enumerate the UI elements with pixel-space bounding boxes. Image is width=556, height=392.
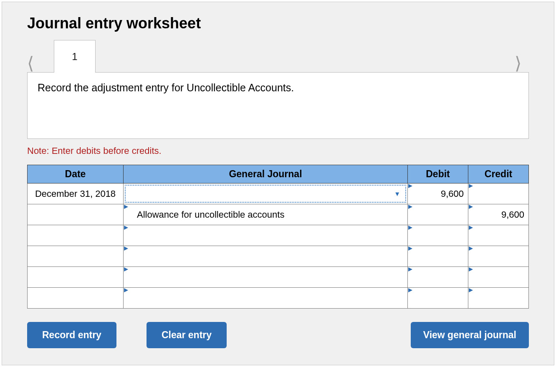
table-row: December 31, 2018 ▼ 9,600 — [28, 183, 529, 204]
note-text: Note: Enter debits before credits. — [27, 146, 529, 156]
table-row — [28, 225, 529, 246]
next-entry-chevron[interactable]: ⟩ — [515, 55, 529, 72]
date-cell[interactable] — [28, 288, 123, 308]
credit-cell[interactable] — [468, 267, 528, 287]
date-cell[interactable] — [28, 246, 123, 266]
cell-handle-icon — [124, 288, 128, 292]
tabs-row: ⟨ 1 ⟩ — [27, 40, 529, 72]
general-journal-cell[interactable]: ▼ — [125, 185, 406, 203]
worksheet-panel: Journal entry worksheet ⟨ 1 ⟩ Record the… — [2, 2, 554, 365]
clear-entry-button[interactable]: Clear entry — [147, 322, 227, 348]
prev-entry-chevron[interactable]: ⟨ — [27, 55, 41, 72]
debit-cell[interactable] — [408, 204, 468, 225]
date-cell[interactable] — [28, 225, 123, 246]
credit-cell[interactable] — [468, 183, 528, 204]
date-cell[interactable] — [28, 267, 123, 287]
debit-cell[interactable] — [408, 288, 468, 308]
credit-value: 9,600 — [501, 209, 524, 220]
general-journal-value: Allowance for uncollectible accounts — [137, 209, 284, 220]
table-row — [28, 267, 529, 288]
cell-handle-icon — [408, 246, 412, 251]
table-row: Allowance for uncollectible accounts 9,6… — [28, 204, 529, 225]
journal-table: Date General Journal Debit Credit Decemb… — [27, 165, 529, 309]
tab-1[interactable]: 1 — [54, 40, 96, 73]
general-journal-cell[interactable] — [124, 225, 407, 246]
cell-handle-icon — [408, 184, 412, 188]
credit-cell[interactable] — [468, 225, 528, 246]
entry-prompt: Record the adjustment entry for Uncollec… — [27, 72, 529, 139]
col-date: Date — [28, 165, 124, 183]
general-journal-cell[interactable] — [124, 267, 407, 287]
cell-handle-icon — [469, 246, 473, 251]
cell-handle-icon — [124, 226, 128, 230]
credit-cell[interactable]: 9,600 — [468, 204, 528, 225]
col-general-journal: General Journal — [124, 165, 408, 183]
date-cell[interactable] — [28, 204, 123, 225]
cell-handle-icon — [469, 288, 473, 292]
general-journal-cell[interactable]: Allowance for uncollectible accounts — [124, 204, 407, 225]
debit-cell[interactable] — [408, 267, 468, 287]
dropdown-icon[interactable]: ▼ — [394, 190, 401, 197]
cell-handle-icon — [408, 226, 412, 230]
table-row — [28, 288, 529, 309]
debit-value: 9,600 — [441, 188, 464, 199]
general-journal-cell[interactable] — [124, 246, 407, 266]
cell-handle-icon — [469, 226, 473, 230]
debit-cell[interactable]: 9,600 — [408, 183, 468, 204]
cell-handle-icon — [469, 205, 473, 209]
credit-cell[interactable] — [468, 288, 528, 308]
buttons-row: Record entry Clear entry View general jo… — [27, 322, 529, 348]
cell-handle-icon — [469, 267, 473, 271]
cell-handle-icon — [124, 246, 128, 251]
cell-handle-icon — [408, 288, 412, 292]
debit-cell[interactable] — [408, 225, 468, 246]
col-credit: Credit — [468, 165, 529, 183]
general-journal-cell[interactable] — [124, 288, 407, 308]
cell-handle-icon — [408, 205, 412, 209]
cell-handle-icon — [124, 267, 128, 271]
page-title: Journal entry worksheet — [27, 15, 529, 32]
view-general-journal-button[interactable]: View general journal — [411, 322, 529, 348]
cell-handle-icon — [408, 267, 412, 271]
debit-cell[interactable] — [408, 246, 468, 266]
cell-handle-icon — [124, 205, 128, 209]
col-debit: Debit — [408, 165, 468, 183]
credit-cell[interactable] — [468, 246, 528, 266]
cell-handle-icon — [469, 184, 473, 188]
table-row — [28, 246, 529, 267]
record-entry-button[interactable]: Record entry — [27, 322, 116, 348]
date-cell[interactable]: December 31, 2018 — [28, 183, 123, 204]
